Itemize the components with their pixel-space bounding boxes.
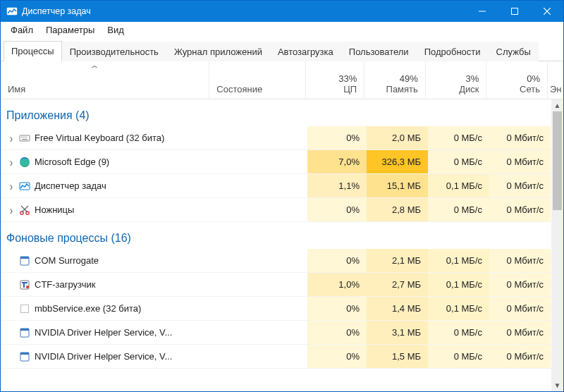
svg-rect-9 bbox=[22, 139, 27, 140]
cell-name: CTF-загрузчик bbox=[1, 273, 211, 296]
col-network[interactable]: 0% Сеть bbox=[486, 61, 548, 99]
process-name: COM Surrogate bbox=[35, 255, 99, 266]
cell-name: › Ножницы bbox=[1, 198, 211, 221]
scroll-up-icon[interactable]: ▲ bbox=[551, 99, 563, 111]
cell-network: 0 Мбит/с bbox=[489, 321, 551, 344]
col-energy[interactable]: Эн bbox=[548, 61, 563, 99]
cell-status bbox=[211, 345, 307, 368]
svg-rect-24 bbox=[20, 353, 29, 355]
cell-cpu: 0% bbox=[307, 297, 367, 320]
col-disk-label: Диск bbox=[459, 84, 479, 94]
menubar: Файл Параметры Вид bbox=[1, 22, 563, 37]
process-icon bbox=[19, 180, 30, 192]
process-name: CTF-загрузчик bbox=[35, 279, 95, 290]
process-name: NVIDIA Driver Helper Service, V... bbox=[35, 351, 172, 362]
menu-options[interactable]: Параметры bbox=[40, 23, 100, 37]
cell-status bbox=[211, 273, 307, 296]
tab-processes[interactable]: Процессы bbox=[4, 41, 62, 61]
process-grid: ⌃ Имя Состояние 33% ЦП 49% Память 3% Дис… bbox=[1, 61, 563, 391]
process-row[interactable]: › Диспетчер задач 1,1% 15,1 МБ 0,1 МБ/с … bbox=[1, 174, 551, 198]
vertical-scrollbar[interactable]: ▲ ▼ bbox=[551, 99, 563, 391]
cell-status bbox=[211, 126, 307, 149]
col-memory[interactable]: 49% Память bbox=[364, 61, 426, 99]
cell-cpu: 1,0% bbox=[307, 273, 367, 296]
expand-icon[interactable]: › bbox=[8, 179, 15, 193]
process-icon bbox=[19, 327, 30, 338]
cell-name: › Microsoft Edge (9) bbox=[1, 150, 211, 173]
menu-file[interactable]: Файл bbox=[5, 23, 39, 37]
cell-cpu: 0% bbox=[307, 345, 367, 368]
rows-viewport: Приложения (4) › Free Virtual Keyboard (… bbox=[1, 99, 563, 391]
col-disk[interactable]: 3% Диск bbox=[426, 61, 487, 99]
scroll-thumb[interactable] bbox=[553, 111, 562, 210]
cell-cpu: 7,0% bbox=[307, 150, 367, 173]
cell-disk: 0,1 МБ/с bbox=[428, 273, 489, 296]
cell-cpu: 0% bbox=[307, 126, 367, 149]
tab-services[interactable]: Службы bbox=[489, 42, 539, 61]
process-icon bbox=[19, 157, 30, 168]
process-row[interactable]: › Ножницы 0% 2,8 МБ 0 МБ/с 0 Мбит/с bbox=[1, 198, 551, 222]
process-icon bbox=[19, 255, 30, 267]
sort-indicator-icon: ⌃ bbox=[89, 64, 100, 74]
maximize-button[interactable] bbox=[498, 1, 531, 22]
minimize-button[interactable] bbox=[466, 1, 498, 22]
cell-status bbox=[211, 150, 307, 173]
cell-memory: 326,3 МБ bbox=[367, 150, 428, 173]
tab-startup[interactable]: Автозагрузка bbox=[270, 42, 341, 61]
col-net-pct: 0% bbox=[527, 73, 540, 84]
cell-network: 0 Мбит/с bbox=[489, 150, 551, 173]
cell-disk: 0,1 МБ/с bbox=[428, 297, 489, 320]
column-headers: ⌃ Имя Состояние 33% ЦП 49% Память 3% Дис… bbox=[1, 61, 563, 99]
col-cpu-label: ЦП bbox=[343, 84, 357, 94]
section-apps: Приложения (4) bbox=[1, 99, 551, 126]
process-row[interactable]: CTF-загрузчик 1,0% 2,7 МБ 0,1 МБ/с 0 Мби… bbox=[1, 273, 551, 297]
process-row[interactable]: › Free Virtual Keyboard (32 бита) 0% 2,0… bbox=[1, 126, 551, 150]
col-cpu[interactable]: 33% ЦП bbox=[306, 61, 365, 99]
cell-cpu: 0% bbox=[307, 249, 367, 272]
svg-rect-5 bbox=[20, 135, 30, 141]
tab-performance[interactable]: Производительность bbox=[62, 42, 166, 61]
scroll-track[interactable] bbox=[551, 111, 563, 379]
col-status[interactable]: Состояние bbox=[209, 61, 305, 99]
cell-network: 0 Мбит/с bbox=[489, 198, 551, 221]
svg-rect-8 bbox=[25, 137, 27, 137]
cell-disk: 0,1 МБ/с bbox=[428, 249, 489, 272]
cell-name: NVIDIA Driver Helper Service, V... bbox=[1, 345, 211, 368]
col-mem-pct: 49% bbox=[400, 73, 418, 84]
cell-name: NVIDIA Driver Helper Service, V... bbox=[1, 321, 211, 344]
process-row[interactable]: COM Surrogate 0% 2,1 МБ 0,1 МБ/с 0 Мбит/… bbox=[1, 249, 551, 273]
expand-icon[interactable]: › bbox=[8, 155, 15, 169]
expand-icon[interactable]: › bbox=[8, 203, 15, 217]
process-name: mbbService.exe (32 бита) bbox=[35, 303, 141, 314]
svg-rect-7 bbox=[23, 137, 25, 137]
scroll-down-icon[interactable]: ▼ bbox=[551, 379, 563, 391]
cell-network: 0 Мбит/с bbox=[489, 126, 551, 149]
process-icon bbox=[19, 204, 30, 216]
cell-memory: 15,1 МБ bbox=[367, 174, 428, 197]
expand-icon[interactable]: › bbox=[8, 131, 15, 145]
cell-disk: 0 МБ/с bbox=[428, 345, 489, 368]
cell-memory: 2,8 МБ bbox=[367, 198, 428, 221]
process-row[interactable]: › Microsoft Edge (9) 7,0% 326,3 МБ 0 МБ/… bbox=[1, 150, 551, 174]
process-icon bbox=[19, 279, 30, 290]
cell-status bbox=[211, 174, 307, 197]
tab-app-history[interactable]: Журнал приложений bbox=[166, 42, 270, 61]
cell-memory: 2,1 МБ bbox=[367, 249, 428, 272]
tab-users[interactable]: Пользователи bbox=[341, 42, 417, 61]
col-name[interactable]: ⌃ Имя bbox=[1, 61, 209, 99]
cell-cpu: 0% bbox=[307, 198, 367, 221]
process-icon bbox=[19, 133, 30, 144]
process-row[interactable]: NVIDIA Driver Helper Service, V... 0% 1,… bbox=[1, 345, 551, 369]
titlebar: Диспетчер задач bbox=[1, 1, 563, 22]
cell-network: 0 Мбит/с bbox=[489, 345, 551, 368]
cell-memory: 1,4 МБ bbox=[367, 297, 428, 320]
process-row[interactable]: NVIDIA Driver Helper Service, V... 0% 3,… bbox=[1, 321, 551, 345]
process-row[interactable]: mbbService.exe (32 бита) 0% 1,4 МБ 0,1 М… bbox=[1, 297, 551, 321]
cell-name: › Диспетчер задач bbox=[1, 174, 211, 197]
col-disk-pct: 3% bbox=[466, 73, 479, 84]
section-background: Фоновые процессы (16) bbox=[1, 222, 551, 249]
menu-view[interactable]: Вид bbox=[102, 23, 130, 37]
tab-details[interactable]: Подробности bbox=[417, 42, 489, 61]
svg-rect-2 bbox=[512, 8, 518, 15]
close-button[interactable] bbox=[531, 1, 563, 22]
